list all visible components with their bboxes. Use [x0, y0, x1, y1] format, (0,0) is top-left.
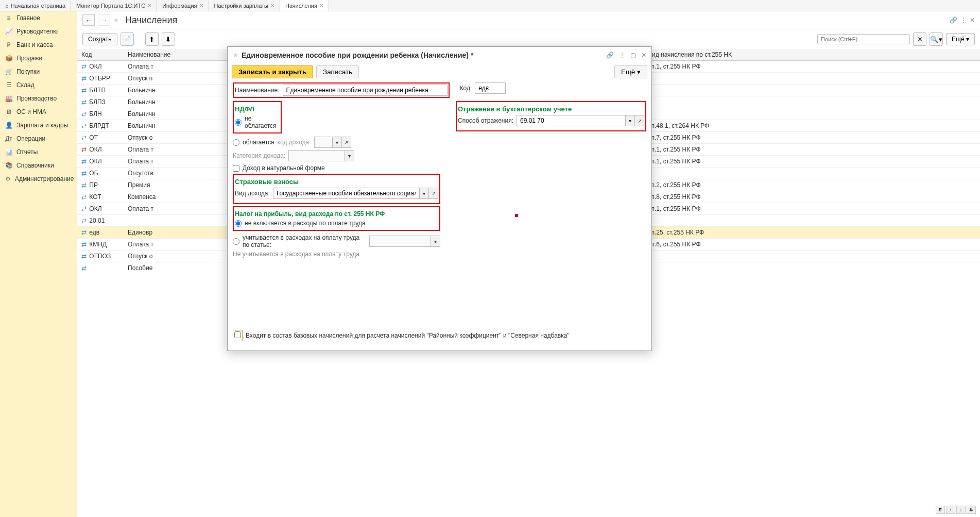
close-icon[interactable]: ✕ [199, 3, 203, 8]
sidebar-item-catalogs[interactable]: 📚Справочники [0, 159, 77, 172]
row-icon: ⇄ [81, 241, 88, 248]
ndfl-taxed-label: облагается [243, 139, 274, 146]
sidebar-item-reports[interactable]: 📊Отчеты [0, 145, 77, 159]
natural-income-checkbox[interactable] [233, 165, 239, 172]
base-checkbox[interactable] [234, 331, 241, 338]
save-button[interactable]: Записать [316, 65, 359, 78]
tab-salary-settings[interactable]: Настройки зарплаты ✕ [209, 0, 280, 11]
book-icon: 📚 [5, 162, 12, 169]
income-code-label: код дохода: [278, 139, 311, 146]
create-button[interactable]: Создать [82, 33, 117, 45]
insurance-type-input[interactable] [273, 188, 420, 199]
accounting-method-input[interactable] [517, 115, 626, 126]
code-input[interactable] [475, 82, 506, 94]
dropdown-icon[interactable]: ▾ [626, 115, 635, 126]
sidebar-item-purchases[interactable]: 🛒Покупки [0, 65, 77, 78]
profit-article-label: учитывается в расходах на оплату труда п… [243, 234, 366, 248]
sidebar-item-bank[interactable]: ₽Банк и касса [0, 38, 77, 52]
copy-button[interactable]: 📄 [121, 32, 134, 46]
sidebar-label: Зарплата и кадры [16, 122, 68, 129]
profit-not-included-radio[interactable] [235, 220, 242, 227]
search-button[interactable]: 🔍▾ [930, 32, 943, 46]
insurance-title: Страховые взносы [235, 178, 438, 186]
tab-info[interactable]: Информация ✕ [157, 0, 209, 11]
up-button[interactable]: ⬆ [145, 32, 159, 46]
stack-icon: ☰ [5, 81, 12, 89]
save-close-button[interactable]: Записать и закрыть [232, 65, 313, 78]
profit-article-radio[interactable] [233, 238, 239, 245]
dropdown-icon[interactable]: ▾ [345, 150, 354, 161]
dropdown-icon[interactable]: ▾ [333, 137, 342, 148]
row-icon: ⇄ [81, 229, 88, 236]
back-button[interactable]: ← [82, 14, 95, 26]
open-icon[interactable]: ↗ [635, 115, 644, 126]
down-button[interactable]: ⬇ [162, 32, 175, 46]
page-title: Начисления [125, 15, 177, 26]
sidebar-item-warehouse[interactable]: ☰Склад [0, 78, 77, 92]
box-icon: 📦 [5, 55, 12, 62]
page-last[interactable]: ⇊ [967, 506, 976, 514]
tab-accruals[interactable]: Начисления ✕ [280, 0, 329, 11]
col-code[interactable]: Код [77, 49, 124, 61]
sidebar-item-production[interactable]: 🏭Производство [0, 92, 77, 105]
profit-article-input[interactable] [369, 236, 431, 247]
asset-icon: 🖥 [5, 108, 12, 115]
page-first[interactable]: ⇈ [936, 506, 945, 514]
search-input[interactable] [817, 34, 910, 44]
close-icon[interactable]: ✕ [147, 3, 151, 8]
close-icon[interactable]: ✕ [641, 52, 646, 59]
close-icon[interactable]: ✕ [270, 3, 274, 8]
sidebar-item-assets[interactable]: 🖥ОС и НМА [0, 105, 77, 119]
ops-icon: Дт [5, 135, 12, 142]
accounting-method-label: Способ отражения: [458, 117, 513, 124]
tab-label: Информация [162, 3, 197, 9]
page-down[interactable]: ↓ [956, 506, 966, 514]
category-input[interactable] [288, 150, 345, 161]
tab-home[interactable]: ⌂ Начальная страница [0, 0, 71, 11]
sidebar-label: Отчеты [16, 148, 38, 156]
sidebar-label: Главное [16, 14, 40, 22]
maximize-icon[interactable]: ▢ [630, 52, 636, 59]
sidebar-label: Руководителю [16, 28, 58, 35]
gear-icon: ⚙ [5, 175, 11, 182]
row-icon: ⇄ [81, 193, 88, 201]
clear-search-button[interactable]: ✕ [913, 32, 926, 46]
close-icon[interactable]: ✕ [970, 16, 975, 24]
close-icon[interactable]: ✕ [319, 3, 323, 8]
modal-toolbar: Записать и закрыть Записать Ещё ▾ [228, 63, 651, 80]
sidebar-item-admin[interactable]: ⚙Администрирование [0, 172, 77, 186]
income-code-input[interactable] [314, 137, 333, 148]
dropdown-icon[interactable]: ▾ [431, 236, 440, 247]
sidebar-item-main[interactable]: ≡Главное [0, 11, 77, 25]
sidebar-item-operations[interactable]: ДтОперации [0, 132, 77, 145]
person-icon: 👤 [5, 122, 12, 129]
chart-icon: 📈 [5, 28, 12, 35]
forward-button[interactable]: → [98, 14, 110, 26]
tab-monitor[interactable]: Монитор Портала 1С:ИТС ✕ [71, 0, 157, 11]
col-nk[interactable]: Вид начисления по ст.255 НК [644, 49, 980, 61]
star-icon[interactable]: ★ [113, 16, 119, 24]
sidebar-item-salary[interactable]: 👤Зарплата и кадры [0, 119, 77, 132]
dropdown-icon[interactable]: ▾ [420, 188, 429, 199]
more-button[interactable]: Ещё ▾ [614, 65, 647, 78]
sidebar-label: ОС и НМА [16, 108, 46, 115]
menu-icon[interactable]: ⋮ [619, 52, 625, 59]
more-button[interactable]: Ещё ▾ [946, 33, 975, 45]
link-icon[interactable]: 🔗 [950, 16, 957, 24]
name-input[interactable] [283, 85, 448, 96]
star-icon[interactable]: ★ [233, 52, 238, 59]
open-icon[interactable]: ↗ [342, 137, 351, 148]
page-header: ← → ★ Начисления 🔗 ⋮ ✕ [77, 11, 980, 29]
page-up[interactable]: ↑ [946, 506, 955, 514]
menu-icon[interactable]: ⋮ [960, 16, 967, 24]
link-icon[interactable]: 🔗 [606, 52, 614, 59]
modal-title: Единовременное пособие при рождении ребе… [242, 51, 603, 59]
open-icon[interactable]: ↗ [429, 188, 438, 199]
ndfl-taxed-radio[interactable] [233, 139, 239, 146]
sidebar-item-sales[interactable]: 📦Продажи [0, 52, 77, 65]
profit-note: Не учитывается в расходах на оплату труд… [233, 251, 440, 258]
row-icon: ⇄ [81, 134, 88, 141]
sidebar-item-manager[interactable]: 📈Руководителю [0, 25, 77, 38]
content: ← → ★ Начисления 🔗 ⋮ ✕ Создать 📄 ⬆ ⬇ ✕ 🔍… [77, 11, 980, 517]
ndfl-not-taxed-radio[interactable] [235, 119, 242, 126]
